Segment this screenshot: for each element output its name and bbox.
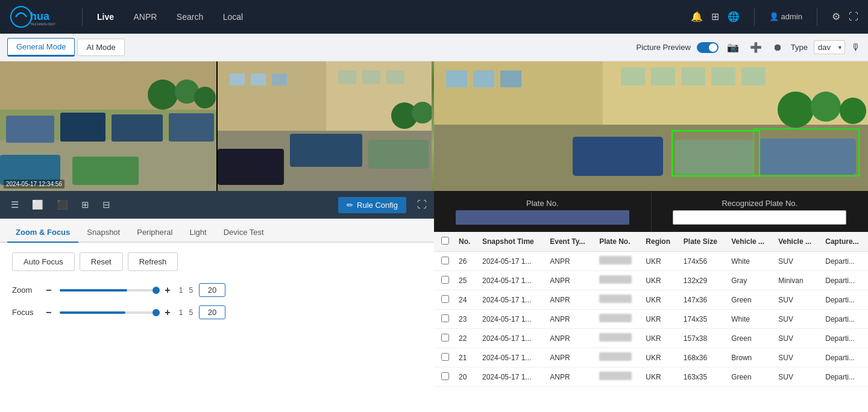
nav-divider (82, 8, 83, 26)
focus-slider-row: Focus − + 1 5 (12, 305, 422, 319)
tab-light[interactable]: Light (181, 223, 215, 243)
layout-2x1-icon[interactable]: ⬛ (53, 197, 72, 213)
action-buttons: Auto Focus Reset Refresh (12, 252, 422, 271)
row-no: 25 (454, 271, 477, 290)
table-row[interactable]: 25 2024-05-17 1... ANPR UKR 132x29 Gray … (434, 271, 868, 290)
camera-image-2 (218, 61, 434, 191)
camera-feed-2[interactable] (218, 61, 434, 191)
svg-rect-27 (290, 134, 362, 167)
row-checkbox[interactable] (434, 367, 454, 387)
mic-icon[interactable]: 🎙 (851, 42, 861, 53)
table-row[interactable]: 22 2024-05-17 1... ANPR UKR 157x38 Green… (434, 329, 868, 348)
type-select[interactable]: dav mp4 avi (814, 40, 845, 54)
focus-track[interactable] (60, 311, 156, 314)
zoom-step-5: 5 (189, 286, 193, 295)
zoom-track[interactable] (60, 289, 156, 292)
zoom-plus-button[interactable]: + (162, 285, 172, 296)
type-label: Type (791, 43, 808, 52)
tab-peripheral[interactable]: Peripheral (128, 223, 181, 243)
nav-item-search[interactable]: Search (168, 12, 212, 22)
layout-custom-icon[interactable]: ⊟ (99, 197, 114, 213)
nav-item-live[interactable]: Live (89, 12, 122, 22)
row-checkbox[interactable] (434, 252, 454, 271)
general-mode-button[interactable]: General Mode (7, 38, 75, 57)
add-icon[interactable]: ➕ (747, 40, 764, 54)
row-checkbox[interactable] (434, 290, 454, 310)
focus-step-5: 5 (189, 308, 193, 317)
row-size: 157x38 (679, 329, 726, 348)
row-vehicle2: Minivan (773, 271, 820, 290)
fullscreen-expand-icon[interactable]: ⛶ (417, 199, 427, 210)
table-row[interactable]: 23 2024-05-17 1... ANPR UKR 174x35 White… (434, 310, 868, 329)
table-row[interactable]: 20 2024-05-17 1... ANPR UKR 163x35 Green… (434, 367, 868, 387)
camera-feed-top[interactable] (434, 61, 868, 191)
focus-minus-button[interactable]: − (43, 307, 54, 318)
rule-config-button[interactable]: ✏ Rule Config (338, 197, 406, 213)
grid-icon[interactable]: ⊞ (711, 11, 719, 22)
reset-button[interactable]: Reset (80, 252, 123, 271)
left-panel: 2024-05-17 12:34:56 (0, 61, 434, 412)
row-vehicle2: SUV (773, 252, 820, 271)
tab-device-test[interactable]: Device Test (215, 223, 272, 243)
svg-rect-37 (621, 67, 645, 86)
row-checkbox[interactable] (434, 329, 454, 348)
row-checkbox[interactable] (434, 348, 454, 367)
toggle-knob (709, 43, 717, 52)
filter-icon[interactable]: ☰ (7, 197, 22, 213)
th-checkbox (434, 232, 454, 252)
row-vehicle1: Green (726, 290, 773, 310)
record-icon[interactable]: ⏺ (770, 41, 785, 54)
tab-zoom-focus[interactable]: Zoom & Focus (7, 223, 78, 243)
th-plate-no: Plate No. (594, 232, 641, 252)
fullscreen-icon[interactable]: ⛶ (849, 11, 858, 22)
tab-snapshot[interactable]: Snapshot (78, 223, 128, 243)
admin-user[interactable]: 👤 admin (769, 12, 802, 21)
rule-config-label: Rule Config (357, 201, 398, 210)
layout-1x1-icon[interactable]: ⬜ (28, 197, 47, 213)
main-nav: Live ANPR Search Local (89, 11, 251, 22)
logo: hua TECHNOLOGY (10, 5, 64, 28)
focus-step-1: 1 (179, 308, 183, 317)
svg-rect-28 (368, 140, 429, 169)
zoom-thumb[interactable] (153, 287, 160, 294)
nav-item-local[interactable]: Local (215, 12, 251, 22)
auto-focus-button[interactable]: Auto Focus (12, 252, 75, 271)
plate-blur (599, 372, 632, 380)
table-row[interactable]: 24 2024-05-17 1... ANPR UKR 147x36 Green… (434, 290, 868, 310)
right-panel: Plate No. Recognized Plate No. No. Snaps… (434, 61, 868, 412)
svg-rect-39 (681, 67, 705, 86)
refresh-button[interactable]: Refresh (128, 252, 178, 271)
row-vehicle1: Green (726, 329, 773, 348)
table-container[interactable]: No. Snapshot Time Event Ty... Plate No. … (434, 232, 868, 412)
table-row[interactable]: 26 2024-05-17 1... ANPR UKR 174x56 White… (434, 252, 868, 271)
row-capture: Departi... (820, 329, 868, 348)
svg-rect-17 (218, 61, 326, 131)
nav-item-anpr[interactable]: ANPR (125, 12, 165, 22)
layout-2x2-icon[interactable]: ⊞ (78, 197, 93, 213)
table-header: No. Snapshot Time Event Ty... Plate No. … (434, 232, 868, 252)
picture-preview-toggle[interactable] (697, 42, 719, 53)
recognized-plate-title: Recognized Plate No. (722, 199, 797, 208)
row-time: 2024-05-17 1... (477, 367, 545, 387)
globe-icon[interactable]: 🌐 (728, 11, 740, 22)
select-all-checkbox[interactable] (441, 237, 449, 245)
camera-feed-1[interactable]: 2024-05-17 12:34:56 (0, 61, 216, 191)
svg-rect-46 (675, 140, 753, 175)
ai-mode-button[interactable]: AI Mode (77, 39, 124, 56)
row-size: 174x56 (679, 252, 726, 271)
focus-value-input[interactable] (199, 305, 225, 319)
zoom-minus-button[interactable]: − (43, 285, 54, 296)
th-plate-size: Plate Size (679, 232, 726, 252)
th-no: No. (454, 232, 477, 252)
zoom-value-input[interactable] (199, 283, 225, 297)
row-checkbox[interactable] (434, 310, 454, 329)
focus-plus-button[interactable]: + (162, 307, 172, 318)
row-checkbox[interactable] (434, 271, 454, 290)
th-snapshot-time: Snapshot Time (477, 232, 545, 252)
camera-capture-icon[interactable]: 📷 (725, 40, 741, 54)
focus-thumb[interactable] (153, 309, 160, 316)
plate-blur (599, 352, 632, 361)
bell-icon[interactable]: 🔔 (691, 11, 703, 22)
settings-icon[interactable]: ⚙ (832, 11, 840, 22)
table-row[interactable]: 21 2024-05-17 1... ANPR UKR 168x36 Brown… (434, 348, 868, 367)
